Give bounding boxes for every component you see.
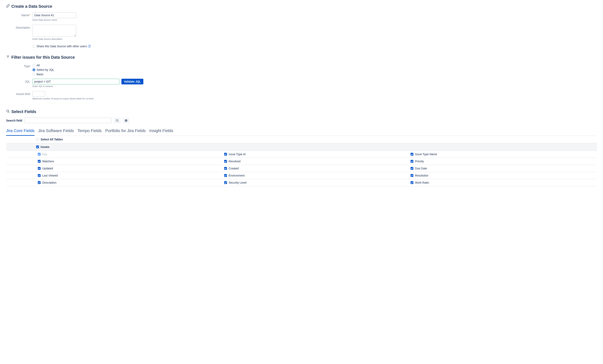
jql-input[interactable] [33,79,119,84]
field-label: Last Viewed [42,174,58,177]
filter-issues-section: Filter issues for this Data Source Type … [6,55,597,102]
description-input[interactable] [33,25,76,36]
type-radio-all[interactable] [33,64,35,67]
link-icon [6,4,10,9]
svg-point-3 [7,110,9,112]
select-all-row: Select All Tables [6,136,597,143]
group-issues-checkbox[interactable] [36,146,39,148]
search-field-label: Search field [6,119,22,122]
field-tabs: Jira Core Fields Jira Software Fields Te… [6,127,597,136]
field-row: WatchersResolvedPriority [6,158,597,165]
clear-search-button[interactable] [123,118,129,123]
name-helper: Enter Data Source name [33,19,280,21]
create-data-source-section: Create a Data Source Name Enter Data Sou… [6,4,597,48]
group-issues-row: Issues [6,143,597,151]
field-checkbox[interactable] [224,181,227,184]
section-title: Select Fields [6,109,597,114]
tab-portfolio-fields[interactable]: Portfolio for Jira Fields [105,127,146,136]
section-title: Create a Data Source [6,4,597,9]
field-checkbox[interactable] [38,181,41,184]
issues-limit-label: Issues limit [6,91,33,102]
field-row: UpdatedCreatedDue Date [6,165,597,172]
type-label: Type [6,63,33,76]
field-cell: Updated [6,167,224,170]
field-checkbox[interactable] [224,160,227,163]
field-cell: Resolved [224,160,411,163]
type-radio-basic[interactable] [33,73,35,76]
name-label: Name [6,12,33,23]
field-checkbox[interactable] [411,181,413,184]
section-title-text: Select Fields [11,109,36,114]
field-label: Due Date [415,167,427,170]
jql-label: JQL [6,79,33,90]
field-cell: Resolution [411,174,597,177]
field-label: Work Ratio [415,181,429,184]
field-checkbox[interactable] [224,167,227,170]
svg-line-4 [9,112,9,113]
field-label: Watchers [42,160,54,163]
field-cell: Created [224,167,411,170]
jql-helper: Enter JQL to retrieve [33,85,280,87]
type-radio-jql-label: Select by JQL [36,68,54,71]
share-checkbox[interactable] [33,45,35,48]
field-row: DescriptionSecurity LevelWork Ratio [6,179,597,186]
type-radio-all-label: All [36,64,40,67]
field-cell: Watchers [6,160,224,163]
name-input[interactable] [33,12,76,18]
field-label: Updated [42,167,53,170]
tab-jira-software-fields[interactable]: Jira Software Fields [38,127,74,136]
field-label: Key [42,153,47,156]
share-label: Share this Data Source with other users [36,45,87,48]
issues-limit-helper: Maximum number of issues to export (leav… [33,97,280,100]
field-checkbox[interactable] [38,153,41,156]
field-label: Environment [229,174,245,177]
field-cell: Priority [411,160,597,163]
search-field-input[interactable] [24,118,111,123]
field-checkbox[interactable] [224,153,227,156]
field-rows-container: KeyIssue Type IdIssue Type NameWatchersR… [6,151,597,186]
field-checkbox[interactable] [411,174,413,177]
description-helper: Enter Data Source description [33,38,280,40]
field-cell: Key [6,153,224,156]
field-checkbox[interactable] [411,167,413,170]
field-checkbox[interactable] [411,160,413,163]
tab-insight-fields[interactable]: Insight Fields [150,127,174,136]
field-label: Priority [415,160,424,163]
tab-tempo-fields[interactable]: Tempo Fields [78,127,102,136]
svg-point-5 [116,120,118,121]
field-checkbox[interactable] [38,167,41,170]
field-label: Created [229,167,239,170]
field-cell: Issue Type Name [411,153,597,156]
tab-jira-core-fields[interactable]: Jira Core Fields [6,127,35,136]
section-title: Filter issues for this Data Source [6,55,597,60]
field-label: Resolved [229,160,240,163]
field-row: KeyIssue Type IdIssue Type Name [6,151,597,158]
select-all-label: Select All Tables [41,138,63,141]
field-checkbox[interactable] [38,160,41,163]
issues-limit-input[interactable] [33,91,45,97]
group-issues-label: Issues [41,145,49,148]
field-cell: Issue Type Id [224,153,411,156]
type-radio-jql[interactable] [33,68,35,71]
field-cell: Description [6,181,224,184]
filter-icon [6,55,10,60]
select-fields-section: Select Fields Search field Jira Core Fie… [6,109,597,186]
help-icon[interactable]: ? [88,45,91,48]
field-checkbox[interactable] [411,153,413,156]
field-cell: Last Viewed [6,174,224,177]
field-row: Last ViewedEnvironmentResolution [6,172,597,179]
search-button[interactable] [114,118,120,123]
svg-line-6 [118,121,118,122]
select-all-checkbox[interactable] [36,138,39,141]
field-label: Resolution [415,174,429,177]
field-cell: Security Level [224,181,411,184]
validate-jql-button[interactable]: Validate JQL [121,79,143,84]
field-label: Security Level [229,181,246,184]
field-label: Issue Type Name [415,153,437,156]
field-checkbox[interactable] [224,174,227,177]
section-title-text: Filter issues for this Data Source [11,55,75,60]
field-checkbox[interactable] [38,174,41,177]
description-label: Description [6,25,33,43]
field-label: Description [42,181,57,184]
field-cell: Work Ratio [411,181,597,184]
